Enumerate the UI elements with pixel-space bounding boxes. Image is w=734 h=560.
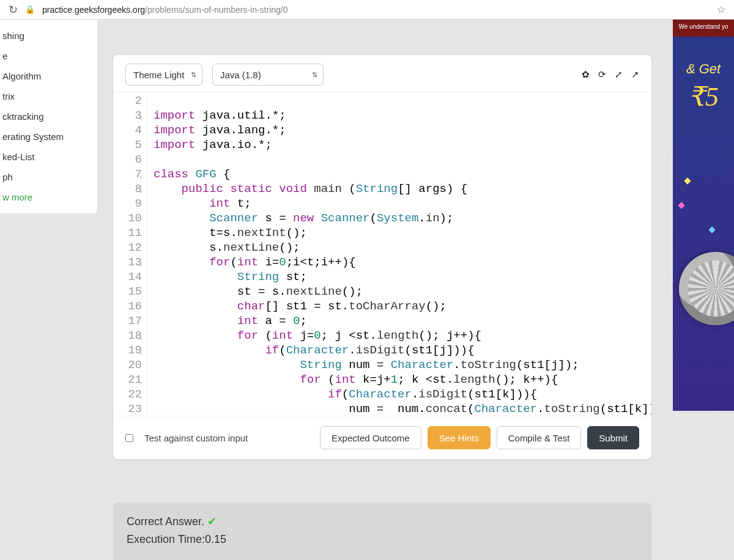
editor-footer: Test against custom input Expected Outco…	[113, 416, 651, 459]
ad-graphic-reel	[679, 252, 734, 325]
code-editor-card: Theme Light Java (1.8) ✿ ⟳ ⤢ ↗ 234567891…	[113, 55, 651, 459]
sidebar-item[interactable]: trix	[0, 86, 97, 106]
submit-button[interactable]: Submit	[587, 426, 639, 449]
exec-time-label: Execution Time:	[127, 533, 205, 545]
custom-input-label: Test against custom input	[144, 433, 248, 443]
url-path: /problems/sum-of-numbers-in-string/0	[145, 5, 287, 15]
ad-confetti	[684, 177, 691, 184]
ad-price: ₹5	[673, 81, 734, 112]
see-hints-button[interactable]: See Hints	[428, 426, 491, 449]
theme-select[interactable]: Theme Light	[125, 64, 202, 86]
reload-icon[interactable]: ↻	[9, 3, 18, 17]
url-domain: practice.geeksforgeeks.org	[42, 5, 145, 15]
sidebar-item[interactable]: Algorithm	[0, 66, 97, 86]
exec-time-value: 0.15	[205, 533, 226, 545]
compile-test-button[interactable]: Compile & Test	[497, 426, 582, 449]
custom-input-checkbox[interactable]	[125, 434, 133, 442]
expand-icon[interactable]: ⤢	[615, 69, 623, 80]
ad-confetti	[708, 226, 715, 233]
execution-time: Execution Time:0.15	[127, 533, 638, 546]
code-editor[interactable]: 23456789101112131415161718192021222324 i…	[113, 92, 651, 416]
line-number-gutter: 23456789101112131415161718192021222324	[113, 92, 147, 416]
code-content[interactable]: import java.util.*;import java.lang.*;im…	[147, 92, 651, 416]
ad-confetti	[678, 202, 684, 208]
sidebar-item[interactable]: shing	[0, 26, 97, 46]
correct-answer-label: Correct Answer.	[127, 515, 204, 528]
editor-toolbar: Theme Light Java (1.8) ✿ ⟳ ⤢ ↗	[113, 55, 651, 92]
lock-icon: 🔒	[25, 5, 35, 14]
expected-outcome-button[interactable]: Expected Outcome	[320, 426, 421, 449]
sidebar-item[interactable]: ph	[0, 167, 97, 187]
ad-line1: & Get	[673, 61, 734, 77]
language-select[interactable]: Java (1.8)	[212, 64, 324, 86]
sidebar-item[interactable]: cktracking	[0, 106, 97, 127]
sidebar-item[interactable]: e	[0, 46, 97, 66]
result-status: Correct Answer. ✔	[127, 515, 638, 528]
result-panel: Correct Answer. ✔ Execution Time:0.15 Ne…	[113, 503, 651, 560]
settings-gear-icon[interactable]: ✿	[582, 69, 590, 80]
checkmark-icon: ✔	[207, 515, 217, 528]
topics-sidebar: shing e Algorithm trix cktracking eratin…	[0, 20, 98, 214]
sidebar-show-more[interactable]: w more	[0, 187, 97, 207]
fullscreen-icon[interactable]: ↗	[631, 69, 639, 80]
refresh-icon[interactable]: ⟳	[598, 69, 606, 80]
url-text[interactable]: practice.geeksforgeeks.org/problems/sum-…	[42, 5, 710, 15]
bookmark-star-icon[interactable]: ☆	[717, 4, 725, 15]
sidebar-item[interactable]: erating System	[0, 127, 97, 147]
ad-header: We understand yo	[673, 20, 734, 37]
sidebar-item[interactable]: ked-List	[0, 147, 97, 167]
advertisement-panel[interactable]: We understand yo & Get ₹5	[673, 20, 734, 411]
browser-address-bar: ↻ 🔒 practice.geeksforgeeks.org/problems/…	[0, 0, 734, 20]
